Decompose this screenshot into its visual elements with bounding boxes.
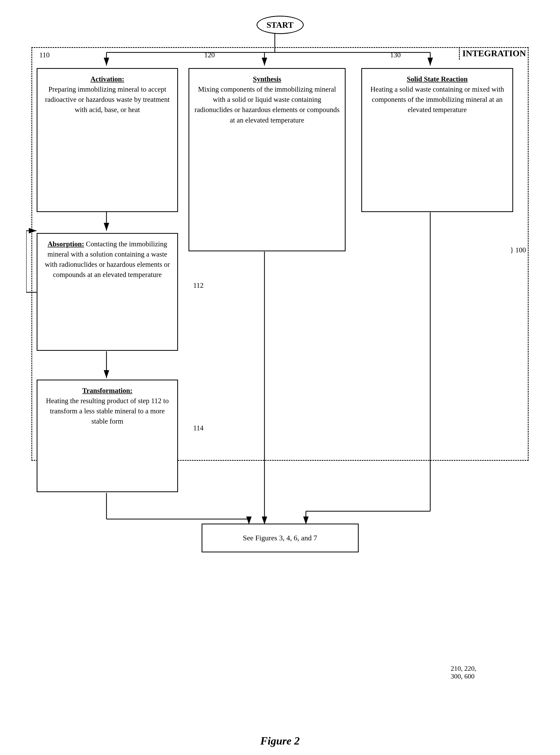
figure-caption: Figure 2 (260, 735, 300, 747)
ref-112-text: 112 (193, 281, 204, 289)
final-text: See Figures 3, 4, 6, and 7 (243, 534, 317, 542)
ref-100-label: } 100 (510, 246, 526, 254)
activation-title: Activation: (91, 75, 124, 83)
transformation-body: Heating the resulting product of step 11… (46, 397, 168, 425)
activation-body: Preparing immobilizing mineral to accept… (45, 85, 169, 114)
synthesis-box: Synthesis Mixing components of the immob… (188, 68, 345, 251)
solid-state-box: Solid State Reaction Heating a solid was… (361, 68, 513, 212)
col-label-110: 110 (39, 51, 50, 59)
activation-box: Activation: Preparing immobilizing miner… (37, 68, 178, 212)
synthesis-body: Mixing components of the immobilizing mi… (195, 85, 340, 124)
col-label-120: 120 (204, 51, 215, 59)
ref-114-label: 114 (193, 424, 204, 432)
start-oval: START (257, 16, 304, 34)
col-label-130: 130 (390, 51, 401, 59)
ref-112-label: 112 (193, 281, 204, 289)
absorption-title: Absorption: (48, 240, 84, 248)
ref-114-text: 114 (193, 424, 204, 432)
final-box: See Figures 3, 4, 6, and 7 (202, 524, 359, 552)
ref-210-label: 210, 220,300, 600 (451, 665, 477, 680)
synthesis-title: Synthesis (253, 75, 281, 83)
ref-100-text: } 100 (510, 246, 526, 254)
ref-210-text: 210, 220,300, 600 (451, 665, 477, 680)
transformation-title: Transformation: (82, 387, 132, 394)
solid-state-title: Solid State Reaction (407, 75, 468, 83)
transformation-box: Transformation: Heating the resulting pr… (37, 380, 178, 492)
start-label: START (266, 20, 294, 30)
absorption-box: Absorption: Contacting the immobilizing … (37, 233, 178, 351)
diagram-container: START (26, 16, 534, 723)
solid-state-body: Heating a solid waste containing or mixe… (371, 85, 504, 114)
